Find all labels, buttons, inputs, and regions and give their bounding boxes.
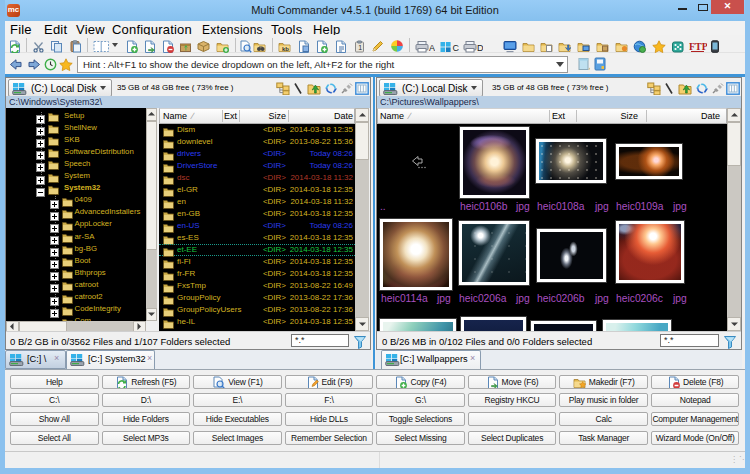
svg-text:1: 1 [358, 44, 362, 51]
svg-text:D: D [477, 43, 483, 53]
svg-text:FTP: FTP [689, 41, 707, 52]
svg-text:A: A [429, 43, 435, 53]
svg-text:C: C [453, 43, 460, 53]
svg-text:kb: kb [282, 46, 289, 52]
